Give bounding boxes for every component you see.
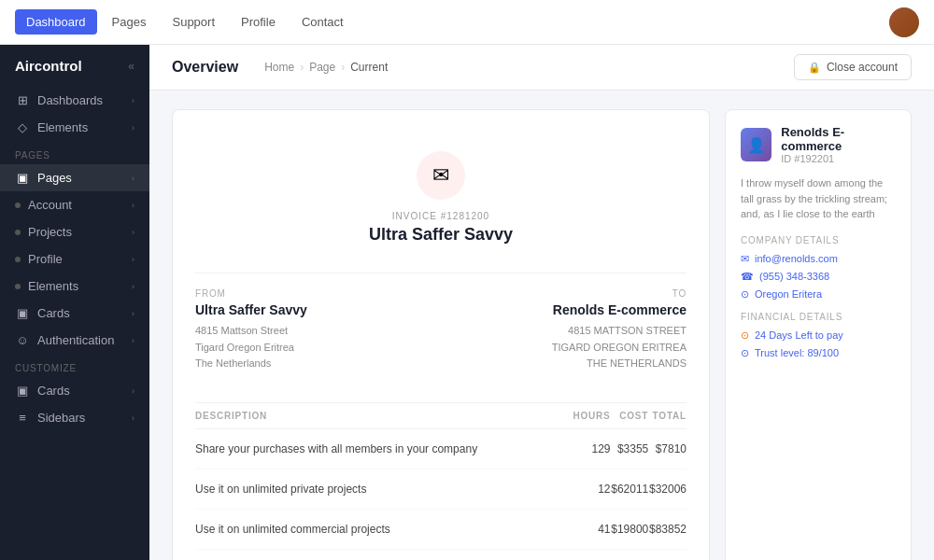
row-description: Share your purchases with all members in… xyxy=(195,428,573,469)
row-total: $1780 xyxy=(648,549,686,560)
invoice-name: Ultra Saffer Savvy xyxy=(195,225,686,245)
sidebar: Aircontrol « ⊞ Dashboards › ◇ Elements ›… xyxy=(0,45,149,560)
sidebar-item-label: Account xyxy=(28,198,72,212)
company-logo: 👤 xyxy=(741,128,771,161)
close-account-button[interactable]: 🔒 Close account xyxy=(794,54,912,80)
company-name: Renolds E-commerce xyxy=(781,125,896,153)
sidebar-item-cards[interactable]: ▣ Cards › xyxy=(0,300,149,327)
sidebar-item-sidebars[interactable]: ≡ Sidebars › xyxy=(0,404,149,431)
sidebar-item-label: Elements xyxy=(37,120,88,134)
table-row: Use it on unlimited commercial projects … xyxy=(195,509,686,549)
sidebar-item-projects[interactable]: Projects › xyxy=(0,218,149,245)
to-section: TO Renolds E-commerce 4815 MATTSON STREE… xyxy=(441,288,686,372)
chevron-icon: › xyxy=(132,228,134,237)
nav-link-pages[interactable]: Pages xyxy=(101,9,158,35)
sidebar-item-label: Profile xyxy=(28,252,63,266)
chevron-icon: › xyxy=(132,336,134,345)
financial-trust-value: Trust level: 89/100 xyxy=(755,347,839,358)
contact-email-value: info@renolds.com xyxy=(755,253,838,264)
sidebar-item-label: Cards xyxy=(37,306,70,320)
sidebar-item-label: Cards xyxy=(37,384,70,398)
sidebar-item-authentication[interactable]: ☺ Authentication › xyxy=(0,327,149,354)
from-label: FROM xyxy=(195,288,441,299)
sidebar-item-label: Projects xyxy=(28,225,72,239)
table-row: Use our designs, code or other assets in… xyxy=(195,549,686,560)
sidebar-item-profile[interactable]: Profile › xyxy=(0,245,149,273)
financial-details-label: FINANCIAL DETAILS xyxy=(741,312,896,322)
from-address-2: Tigard Oregon Eritrea xyxy=(195,340,441,357)
elements-icon: ◇ xyxy=(15,120,30,134)
dashboards-icon: ⊞ xyxy=(15,93,30,107)
cards-icon: ▣ xyxy=(15,306,30,320)
sidebar-collapse-button[interactable]: « xyxy=(128,60,134,73)
auth-icon: ☺ xyxy=(15,333,30,347)
sidebar-item-elements-top[interactable]: ◇ Elements › xyxy=(0,114,149,141)
financial-days: ⊙ 24 Days Left to pay xyxy=(741,329,896,342)
invoice-from-to: FROM Ultra Saffer Savvy 4815 Mattson Str… xyxy=(195,273,686,387)
lock-icon: 🔒 xyxy=(808,62,821,74)
breadcrumb-sep-2: › xyxy=(341,61,345,74)
company-info: Renolds E-commerce ID #192201 xyxy=(781,125,896,164)
row-cost: $3355 xyxy=(611,428,649,469)
contact-phone[interactable]: ☎ (955) 348-3368 xyxy=(741,271,896,283)
sidebar-item-cards-customize[interactable]: ▣ Cards › xyxy=(0,377,149,404)
top-navigation: Dashboard Pages Support Profile Contact xyxy=(0,0,934,45)
main-layout: Aircontrol « ⊞ Dashboards › ◇ Elements ›… xyxy=(0,45,934,560)
chevron-icon: › xyxy=(132,282,134,291)
sidebar-item-dashboards[interactable]: ⊞ Dashboards › xyxy=(0,87,149,114)
col-cost: COST xyxy=(611,402,649,428)
col-total: TOTAL xyxy=(648,402,686,428)
breadcrumb-home[interactable]: Home xyxy=(264,61,294,74)
row-description: Use our designs, code or other assets in… xyxy=(195,549,573,560)
row-description: Use it on unlimited commercial projects xyxy=(195,509,573,549)
overview-header: Overview Home › Page › Current 🔒 Close a… xyxy=(149,45,934,91)
dot-icon xyxy=(15,203,21,208)
invoice-main: ✉ INVOICE #1281200 Ultra Saffer Savvy FR… xyxy=(172,109,710,560)
to-address-3: THE NETHERLANDS xyxy=(441,356,686,372)
sidebar-item-account[interactable]: Account › xyxy=(0,191,149,218)
contact-phone-value: (955) 348-3368 xyxy=(759,271,829,282)
user-avatar[interactable] xyxy=(889,7,919,37)
breadcrumb-page[interactable]: Page xyxy=(309,61,335,74)
sidebar-brand: Aircontrol « xyxy=(0,45,149,87)
row-hours: 12 xyxy=(573,469,611,509)
sidebar-item-label: Sidebars xyxy=(37,411,85,425)
table-row: Use it on unlimited private projects 12 … xyxy=(195,469,686,509)
email-icon: ✉ xyxy=(741,253,749,265)
sidebar-item-label: Authentication xyxy=(37,333,114,347)
page-title: Overview xyxy=(172,59,238,76)
to-company: Renolds E-commerce xyxy=(441,302,686,317)
cards-customize-icon: ▣ xyxy=(15,384,30,398)
chevron-icon: › xyxy=(132,123,134,133)
contact-location-value: Oregon Eritera xyxy=(755,288,822,300)
dot-icon xyxy=(15,257,21,262)
sidebar-item-elements[interactable]: Elements › xyxy=(0,273,149,300)
contact-location[interactable]: ⊙ Oregon Eritera xyxy=(741,288,896,301)
from-address-1: 4815 Mattson Street xyxy=(195,323,441,340)
chevron-icon: › xyxy=(132,96,134,105)
row-cost: $19800 xyxy=(611,509,649,549)
contact-email[interactable]: ✉ info@renolds.com xyxy=(741,253,896,265)
company-details-label: COMPANY DETAILS xyxy=(741,235,896,245)
row-cost: $58041 xyxy=(611,549,649,560)
row-total: $32006 xyxy=(648,469,686,509)
from-company: Ultra Saffer Savvy xyxy=(195,302,441,317)
company-header: 👤 Renolds E-commerce ID #192201 xyxy=(741,125,896,164)
row-hours: 129 xyxy=(573,428,611,469)
row-cost: $62011 xyxy=(611,469,649,509)
company-description: I throw myself down among the tall grass… xyxy=(741,175,896,222)
phone-icon: ☎ xyxy=(741,271,754,283)
days-icon: ⊙ xyxy=(741,329,749,342)
breadcrumb: Home › Page › Current xyxy=(264,61,388,74)
row-description: Use it on unlimited private projects xyxy=(195,469,573,509)
nav-link-support[interactable]: Support xyxy=(161,9,226,35)
nav-link-contact[interactable]: Contact xyxy=(290,9,355,35)
col-hours: HOURS xyxy=(573,402,611,428)
nav-link-profile[interactable]: Profile xyxy=(230,9,287,35)
invoice-header: ✉ INVOICE #1281200 Ultra Saffer Savvy xyxy=(195,133,686,273)
breadcrumb-sep-1: › xyxy=(300,61,304,74)
col-description: DESCRIPTION xyxy=(195,402,573,428)
company-id: ID #192201 xyxy=(781,153,896,164)
nav-link-dashboard[interactable]: Dashboard xyxy=(15,9,97,35)
sidebar-item-pages[interactable]: ▣ Pages › xyxy=(0,164,149,191)
